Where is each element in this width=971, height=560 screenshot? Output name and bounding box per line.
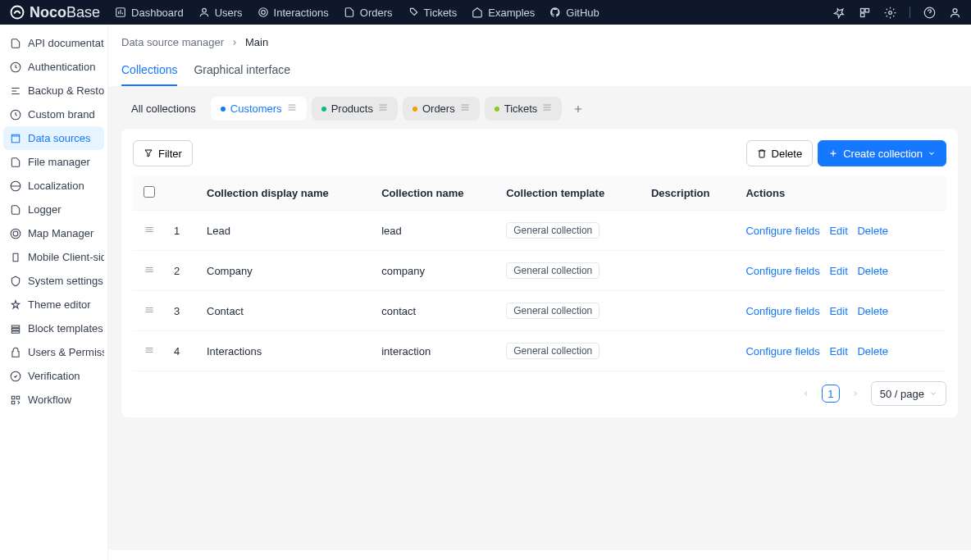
cell-actions: Configure fields Edit Delete xyxy=(737,251,946,291)
brand-logo[interactable]: NocoBase xyxy=(10,4,100,21)
row-number: 3 xyxy=(166,291,198,331)
nav-label: Users xyxy=(215,7,243,19)
drag-handle[interactable] xyxy=(133,211,166,251)
chip-all-collections[interactable]: All collections xyxy=(121,97,206,121)
page-size-label: 50 / page xyxy=(880,388,924,400)
sidebar-item-theme-editor[interactable]: Theme editor xyxy=(3,293,104,316)
sidebar-item-localization[interactable]: Localization xyxy=(3,174,104,198)
chip-menu-icon[interactable] xyxy=(378,102,388,115)
gear-icon[interactable] xyxy=(884,7,896,19)
nav-label: Dashboard xyxy=(131,7,184,19)
add-category-button[interactable] xyxy=(567,98,590,121)
svg-point-3 xyxy=(258,8,267,17)
cell-actions: Configure fields Edit Delete xyxy=(737,211,946,251)
sidebar-item-mobile-client-side-[interactable]: Mobile Client-side(... xyxy=(3,245,104,269)
edit-link[interactable]: Edit xyxy=(829,345,847,357)
prev-page-button[interactable] xyxy=(797,385,815,403)
plugin-icon[interactable] xyxy=(859,7,871,19)
help-icon[interactable] xyxy=(923,7,936,19)
collections-panel: Filter Delete Create collection xyxy=(121,129,958,417)
create-collection-button[interactable]: Create collection xyxy=(818,140,946,166)
cell-template: General collection xyxy=(498,291,643,331)
sidebar-item-custom-brand[interactable]: Custom brand xyxy=(3,102,104,126)
configure-fields-link[interactable]: Configure fields xyxy=(745,265,819,277)
tab-collections[interactable]: Collections xyxy=(121,57,177,86)
chip-menu-icon[interactable] xyxy=(542,102,552,115)
sidebar-item-users-permissions[interactable]: Users & Permissions xyxy=(3,340,104,364)
logo-icon xyxy=(10,5,25,20)
plus-icon xyxy=(828,148,838,158)
sidebar-item-backup-restore[interactable]: Backup & Restore xyxy=(3,79,104,102)
cell-description xyxy=(643,291,738,331)
drag-handle[interactable] xyxy=(133,331,166,371)
edit-link[interactable]: Edit xyxy=(829,225,847,237)
nav-dashboard[interactable]: Dashboard xyxy=(115,7,184,19)
chip-products[interactable]: Products xyxy=(312,97,398,121)
page-number[interactable]: 1 xyxy=(822,385,840,403)
sidebar-label: Logger xyxy=(28,203,61,216)
sidebar-icon xyxy=(10,323,21,335)
cell-description xyxy=(643,251,738,291)
sidebar-item-workflow[interactable]: Workflow xyxy=(3,388,104,412)
chip-menu-icon[interactable] xyxy=(460,102,470,115)
filter-button[interactable]: Filter xyxy=(133,140,193,166)
page-size-select[interactable]: 50 / page xyxy=(871,381,946,406)
drag-handle[interactable] xyxy=(133,291,166,331)
configure-fields-link[interactable]: Configure fields xyxy=(745,225,819,237)
sidebar-item-authentication[interactable]: Authentication xyxy=(3,55,104,79)
pin-icon[interactable] xyxy=(833,7,846,19)
template-tag: General collection xyxy=(506,222,599,239)
nav-github[interactable]: GitHub xyxy=(549,7,599,19)
cell-actions: Configure fields Edit Delete xyxy=(737,291,946,331)
sidebar-item-map-manager[interactable]: Map Manager xyxy=(3,221,104,245)
nav-examples[interactable]: Examples xyxy=(472,7,535,19)
sidebar-item-logger[interactable]: Logger xyxy=(3,198,104,221)
chip-orders[interactable]: Orders xyxy=(403,97,480,121)
next-page-button[interactable] xyxy=(846,385,864,403)
delete-button[interactable]: Delete xyxy=(746,140,814,166)
color-dot xyxy=(221,107,226,112)
col-actions: Actions xyxy=(737,176,946,211)
edit-link[interactable]: Edit xyxy=(829,265,847,277)
chip-menu-icon[interactable] xyxy=(287,102,297,115)
create-label: Create collection xyxy=(843,148,923,160)
sidebar-item-data-sources[interactable]: Data sources xyxy=(3,126,104,150)
nav-orders[interactable]: Orders xyxy=(344,7,393,19)
chip-customers[interactable]: Customers xyxy=(211,97,307,121)
chip-tickets[interactable]: Tickets xyxy=(485,97,563,121)
configure-fields-link[interactable]: Configure fields xyxy=(745,345,819,357)
github-icon xyxy=(549,7,561,18)
configure-fields-link[interactable]: Configure fields xyxy=(745,305,819,317)
tab-graphical[interactable]: Graphical interface xyxy=(194,57,290,86)
home-icon xyxy=(472,7,483,18)
nav-tickets[interactable]: Tickets xyxy=(408,7,458,19)
delete-link[interactable]: Delete xyxy=(857,345,888,357)
svg-rect-6 xyxy=(865,8,868,11)
sidebar-icon xyxy=(10,85,21,97)
sidebar-item-system-settings[interactable]: System settings xyxy=(3,269,104,293)
cell-template: General collection xyxy=(498,251,643,291)
sidebar-label: File manager xyxy=(28,156,90,168)
select-all-checkbox[interactable] xyxy=(144,186,155,198)
sidebar-label: Localization xyxy=(28,180,84,192)
delete-link[interactable]: Delete xyxy=(857,265,888,277)
breadcrumb-parent[interactable]: Data source manager xyxy=(121,36,224,48)
table-row: 1 Lead lead General collection Configure… xyxy=(133,211,946,251)
col-description: Description xyxy=(643,176,738,211)
profile-icon[interactable] xyxy=(949,7,961,19)
sidebar-item-file-manager[interactable]: File manager xyxy=(3,150,104,174)
delete-link[interactable]: Delete xyxy=(857,305,888,317)
edit-link[interactable]: Edit xyxy=(829,305,847,317)
cell-display: Interactions xyxy=(198,331,373,371)
sidebar-label: Theme editor xyxy=(28,298,91,311)
chevron-right-icon xyxy=(851,389,859,398)
nav-users[interactable]: Users xyxy=(198,7,243,19)
cell-description xyxy=(643,211,738,251)
cell-display: Lead xyxy=(198,211,373,251)
drag-handle[interactable] xyxy=(133,251,166,291)
nav-interactions[interactable]: Interactions xyxy=(258,7,329,19)
sidebar-item-api-documentation[interactable]: API documentation xyxy=(3,31,104,55)
sidebar-item-block-templates[interactable]: Block templates xyxy=(3,316,104,340)
sidebar-item-verification[interactable]: Verification xyxy=(3,364,104,388)
delete-link[interactable]: Delete xyxy=(857,225,888,237)
